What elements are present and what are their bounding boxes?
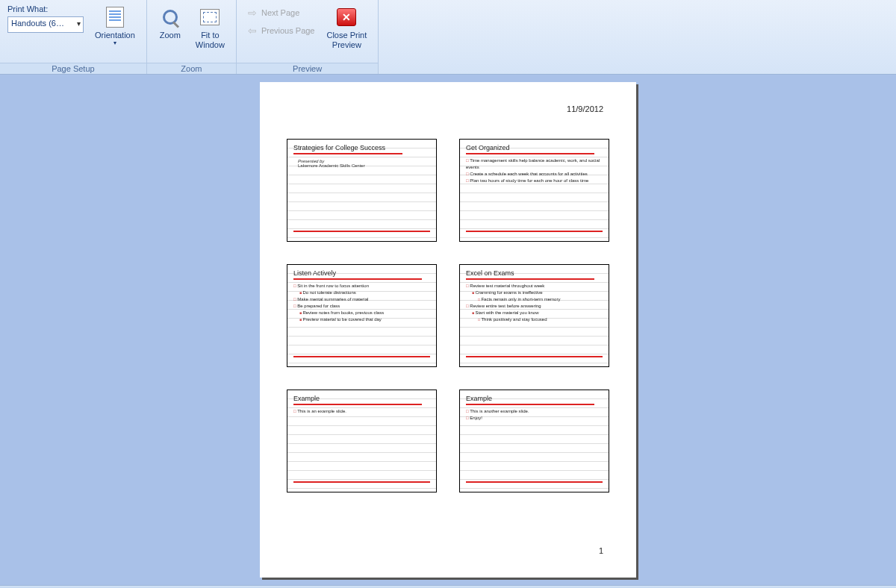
slide-bullet: Do not tolerate distractions xyxy=(293,290,430,296)
slide-title: Listen Actively xyxy=(293,269,430,277)
print-what-container: Print What: Handouts (6… xyxy=(4,1,88,33)
slide-body: Time management skills help balance acad… xyxy=(466,157,603,184)
slide-body: This is another example slide.Enjoy! xyxy=(466,408,603,422)
bottom-underline xyxy=(466,231,603,232)
title-underline xyxy=(466,278,594,280)
group-preview: ⇨ Next Page ⇦ Previous Page ✕ Close Prin… xyxy=(237,0,379,74)
slide-title: Strategies for College Success xyxy=(293,144,430,151)
bottom-underline xyxy=(293,356,430,357)
zoom-button[interactable]: Zoom xyxy=(152,1,189,44)
bottom-underline xyxy=(466,356,603,357)
close-preview-label: Close Print Preview xyxy=(326,31,367,49)
slide-bullet: Cramming for exams is ineffective xyxy=(466,290,603,296)
magnifier-icon xyxy=(158,5,182,29)
orientation-button[interactable]: Orientation ▾ xyxy=(88,1,142,50)
title-underline xyxy=(293,153,402,154)
group-zoom: Zoom Fit to Window Zoom xyxy=(147,0,237,74)
slide-title: Get Organized xyxy=(466,144,603,151)
chevron-down-icon: ▾ xyxy=(113,40,116,46)
page-date: 11/9/2012 xyxy=(567,104,603,113)
slide-bullet: Review entire test before answering xyxy=(466,303,603,310)
next-page-label: Next Page xyxy=(261,8,299,17)
group-label-zoom: Zoom xyxy=(147,63,236,74)
zoom-label: Zoom xyxy=(160,31,181,40)
slide-thumbnail: ExampleThis is an example slide. xyxy=(287,390,437,492)
preview-canvas: 11/9/2012 Strategies for College Success… xyxy=(0,75,896,588)
slide-thumbnail: Excel on ExamsReview test material throu… xyxy=(459,264,609,367)
slide-bullet: Facts remain only in short-term memory xyxy=(466,296,603,303)
slide-thumbnail: Strategies for College SuccessPresented … xyxy=(287,139,437,242)
group-label-page-setup: Page Setup xyxy=(0,63,146,74)
bottom-underline xyxy=(466,481,603,483)
slide-title: Example xyxy=(293,395,430,402)
title-underline xyxy=(466,404,594,405)
bottom-underline xyxy=(293,231,430,232)
slide-bullet: Review notes from books, previous class xyxy=(293,310,430,316)
slide-thumbnail: Listen ActivelySit in the front row to f… xyxy=(287,264,437,367)
slide-subtitle: Lakemore Academic Skills Center xyxy=(293,163,430,168)
print-what-label: Print What: xyxy=(7,4,84,13)
slide-thumbnail: Get OrganizedTime management skills help… xyxy=(459,139,609,242)
status-bar xyxy=(0,585,896,588)
fit-window-icon xyxy=(198,5,222,29)
print-what-combo[interactable]: Handouts (6… xyxy=(7,16,84,33)
slide-bullet: This is another example slide. xyxy=(466,408,603,415)
slide-bullet: Be prepared for class xyxy=(293,303,430,310)
slide-body: Sit in the front row to focus attentionD… xyxy=(293,283,430,323)
bottom-underline xyxy=(293,481,430,483)
close-print-preview-button[interactable]: ✕ Close Print Preview xyxy=(320,1,373,53)
orientation-icon xyxy=(103,5,127,29)
fit-to-window-button[interactable]: Fit to Window xyxy=(189,1,231,53)
slide-bullet: This is an example slide. xyxy=(293,408,430,415)
handout-page: 11/9/2012 Strategies for College Success… xyxy=(260,82,636,578)
slide-bullet: Create a schedule each week that account… xyxy=(466,171,603,178)
slide-body: Review test material throughout weekCram… xyxy=(466,283,603,323)
group-page-setup: Print What: Handouts (6… Orientation ▾ P… xyxy=(0,0,147,74)
arrow-right-icon: ⇨ xyxy=(246,7,258,19)
ribbon: Print What: Handouts (6… Orientation ▾ P… xyxy=(0,0,896,75)
title-underline xyxy=(466,153,594,154)
slide-title: Excel on Exams xyxy=(466,269,603,277)
close-icon: ✕ xyxy=(335,5,358,29)
slide-grid: Strategies for College SuccessPresented … xyxy=(287,139,609,492)
fit-to-window-label: Fit to Window xyxy=(196,31,225,49)
slide-bullet: Review test material throughout week xyxy=(466,283,603,290)
previous-page-label: Previous Page xyxy=(261,26,315,35)
slide-bullet: Plan two hours of study time for each on… xyxy=(466,178,603,184)
slide-bullet: Start with the material you know xyxy=(466,310,603,316)
slide-bullet: Make mental summaries of material xyxy=(293,296,430,303)
slide-thumbnail: ExampleThis is another example slide.Enj… xyxy=(459,390,609,492)
slide-bullet: Time management skills help balance acad… xyxy=(466,157,603,171)
slide-title: Example xyxy=(466,395,603,402)
previous-page-button[interactable]: ⇦ Previous Page xyxy=(241,22,320,39)
slide-bullet: Think positively and stay focused xyxy=(466,316,603,323)
group-label-preview: Preview xyxy=(237,63,378,74)
page-nav-col: ⇨ Next Page ⇦ Previous Page xyxy=(241,1,320,39)
slide-bullet: Sit in the front row to focus attention xyxy=(293,283,430,290)
title-underline xyxy=(293,404,422,405)
slide-bullet: Preview material to be covered that day xyxy=(293,316,430,323)
arrow-left-icon: ⇦ xyxy=(246,25,258,37)
next-page-button[interactable]: ⇨ Next Page xyxy=(241,4,320,21)
slide-body: This is an example slide. xyxy=(293,408,430,415)
page-number: 1 xyxy=(599,546,603,555)
title-underline xyxy=(293,278,422,280)
slide-bullet: Enjoy! xyxy=(466,415,603,422)
